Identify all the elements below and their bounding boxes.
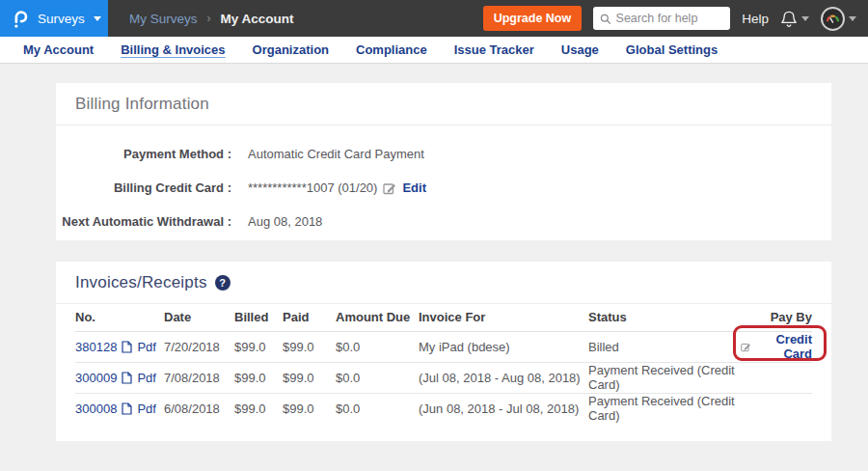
invoice-row: 300008 Pdf 6/08/2018 $99.0 $99.0 $0.0 (J… bbox=[75, 393, 812, 424]
invoices-receipts-card: Invoices/Receipts ? No. Date Billed Paid… bbox=[56, 262, 831, 441]
invoice-for: (Jun 08, 2018 - Jul 08, 2018) bbox=[419, 393, 588, 424]
tab-my-account[interactable]: My Account bbox=[10, 38, 107, 62]
invoices-receipts-header: Invoices/Receipts ? bbox=[56, 262, 831, 304]
tab-global-settings[interactable]: Global Settings bbox=[612, 38, 731, 62]
pdf-icon bbox=[122, 372, 132, 384]
chevron-down-icon bbox=[801, 16, 809, 21]
avatar bbox=[821, 7, 845, 31]
help-search[interactable] bbox=[593, 7, 730, 30]
invoice-billed: $99.0 bbox=[234, 331, 283, 362]
chevron-down-icon bbox=[849, 16, 856, 21]
gauge-icon bbox=[826, 13, 840, 24]
edit-icon bbox=[741, 341, 751, 353]
invoice-paid: $99.0 bbox=[283, 362, 336, 393]
invoice-amount-due: $0.0 bbox=[336, 331, 419, 362]
col-invoice-for: Invoice For bbox=[419, 304, 588, 331]
invoice-pay-by bbox=[741, 393, 812, 424]
breadcrumb-my-surveys[interactable]: My Surveys bbox=[129, 12, 198, 26]
invoice-number-link[interactable]: 380128 bbox=[75, 340, 117, 354]
invoices-table-header-row: No. Date Billed Paid Amount Due Invoice … bbox=[75, 304, 812, 331]
account-nav-tabs: My Account Billing & Invoices Organizati… bbox=[0, 37, 868, 64]
invoice-date: 6/08/2018 bbox=[164, 393, 234, 424]
invoice-status: Payment Received (Credit Card) bbox=[588, 393, 741, 424]
billing-credit-card-label: Billing Credit Card : bbox=[56, 180, 231, 195]
pdf-link[interactable]: Pdf bbox=[137, 340, 156, 354]
payment-method-label: Payment Method : bbox=[56, 147, 231, 161]
col-status: Status bbox=[588, 304, 741, 331]
invoice-amount-due: $0.0 bbox=[336, 362, 419, 393]
invoice-amount-due: $0.0 bbox=[336, 393, 419, 424]
pay-by-credit-card-link[interactable]: Credit Card bbox=[756, 332, 812, 361]
col-no: No. bbox=[75, 304, 164, 331]
invoices-receipts-title: Invoices/Receipts bbox=[75, 273, 207, 292]
billing-information-card: Billing Information Payment Method : Aut… bbox=[56, 83, 831, 240]
billing-credit-card-row: Billing Credit Card : ************1007 (… bbox=[56, 180, 831, 195]
tab-usage[interactable]: Usage bbox=[548, 38, 612, 62]
invoice-billed: $99.0 bbox=[234, 393, 283, 424]
tab-issue-tracker[interactable]: Issue Tracker bbox=[441, 38, 548, 62]
bell-icon bbox=[780, 10, 798, 28]
invoice-billed: $99.0 bbox=[234, 362, 283, 393]
invoice-for: (Jul 08, 2018 - Aug 08, 2018) bbox=[419, 362, 588, 393]
invoice-paid: $99.0 bbox=[283, 331, 336, 362]
help-link[interactable]: Help bbox=[742, 12, 769, 26]
edit-credit-card-link[interactable]: Edit bbox=[402, 180, 426, 195]
product-switcher[interactable]: Surveys bbox=[0, 0, 108, 37]
billing-credit-card-value: ************1007 (01/20) Edit bbox=[248, 180, 426, 195]
pdf-icon bbox=[122, 341, 132, 353]
chevron-down-icon bbox=[94, 16, 101, 21]
breadcrumb-my-account: My Account bbox=[221, 12, 294, 26]
invoice-row: 300009 Pdf 7/08/2018 $99.0 $99.0 $0.0 (J… bbox=[75, 362, 812, 393]
tab-billing-invoices[interactable]: Billing & Invoices bbox=[107, 38, 238, 62]
invoice-row: 380128 Pdf 7/20/2018 $99.0 $99.0 $0.0 My… bbox=[75, 331, 812, 362]
pdf-link[interactable]: Pdf bbox=[137, 402, 156, 416]
invoices-table: No. Date Billed Paid Amount Due Invoice … bbox=[75, 304, 812, 424]
account-menu[interactable] bbox=[821, 7, 856, 31]
product-label: Surveys bbox=[38, 12, 85, 26]
col-pay-by: Pay By bbox=[741, 304, 812, 331]
questionpro-logo-icon bbox=[11, 9, 29, 29]
billing-information-title: Billing Information bbox=[75, 95, 209, 114]
tab-compliance[interactable]: Compliance bbox=[342, 38, 441, 62]
invoice-date: 7/08/2018 bbox=[164, 362, 234, 393]
search-input[interactable] bbox=[616, 12, 724, 25]
billing-information-body: Payment Method : Automatic Credit Card P… bbox=[56, 125, 831, 246]
invoice-status: Billed bbox=[588, 331, 741, 362]
billing-information-header: Billing Information bbox=[56, 83, 831, 125]
breadcrumb: My Surveys › My Account bbox=[129, 12, 294, 26]
invoice-date: 7/20/2018 bbox=[164, 331, 234, 362]
invoice-number-link[interactable]: 300009 bbox=[75, 371, 117, 385]
next-withdrawal-row: Next Automatic Withdrawal : Aug 08, 2018 bbox=[56, 214, 831, 229]
help-icon[interactable]: ? bbox=[215, 275, 231, 291]
credit-card-masked-number: ************1007 (01/20) bbox=[248, 180, 377, 195]
search-icon bbox=[600, 13, 610, 25]
col-paid: Paid bbox=[283, 304, 336, 331]
breadcrumb-separator: › bbox=[207, 12, 211, 25]
col-amount-due: Amount Due bbox=[336, 304, 419, 331]
next-withdrawal-label: Next Automatic Withdrawal : bbox=[56, 214, 231, 229]
invoice-status: Payment Received (Credit Card) bbox=[588, 362, 741, 393]
tab-organization[interactable]: Organization bbox=[239, 38, 342, 62]
upgrade-now-button[interactable]: Upgrade Now bbox=[483, 6, 583, 31]
topbar-actions: Upgrade Now Help bbox=[483, 6, 868, 31]
invoice-paid: $99.0 bbox=[283, 393, 336, 424]
invoice-pay-by bbox=[741, 362, 812, 393]
notifications-menu[interactable] bbox=[780, 10, 809, 28]
col-date: Date bbox=[164, 304, 234, 331]
next-withdrawal-value: Aug 08, 2018 bbox=[248, 214, 322, 229]
payment-method-row: Payment Method : Automatic Credit Card P… bbox=[56, 147, 831, 161]
pdf-link[interactable]: Pdf bbox=[137, 371, 156, 385]
invoice-for: My iPad (bdese) bbox=[419, 331, 588, 362]
top-bar: Surveys My Surveys › My Account Upgrade … bbox=[0, 0, 868, 37]
invoice-number-link[interactable]: 300008 bbox=[75, 402, 117, 416]
payment-method-value: Automatic Credit Card Payment bbox=[248, 147, 424, 161]
edit-icon bbox=[383, 181, 396, 195]
pdf-icon bbox=[122, 402, 132, 415]
col-billed: Billed bbox=[234, 304, 283, 331]
